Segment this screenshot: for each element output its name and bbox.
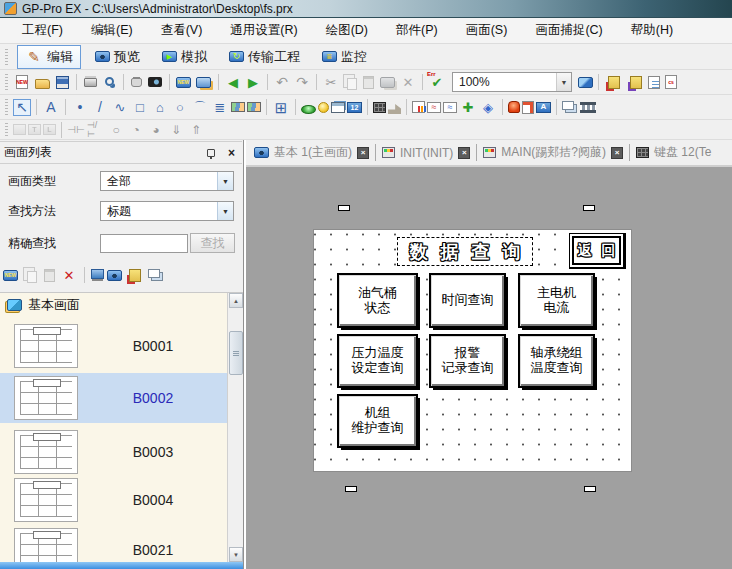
list-scrollbar[interactable]: ▲ ▼ xyxy=(227,293,243,562)
close-tab-icon[interactable]: × xyxy=(611,147,623,159)
next-screen-icon[interactable]: ▶ xyxy=(244,74,262,91)
screen-item-b0002[interactable]: B0002 xyxy=(0,373,228,423)
unit-maintenance-query-button[interactable]: 机组 维护查询 xyxy=(337,394,418,448)
screen-capture-icon[interactable] xyxy=(148,77,162,87)
special-part-icon[interactable]: ◈ xyxy=(479,99,497,116)
film-part-icon[interactable] xyxy=(580,102,596,113)
back-button-object[interactable]: 返 回 xyxy=(569,233,626,269)
open-project-icon[interactable] xyxy=(35,79,50,89)
close-panel-icon[interactable]: × xyxy=(225,146,238,160)
preview-mode-button[interactable]: 预览 xyxy=(87,45,148,69)
time-query-button[interactable]: 时间查询 xyxy=(429,273,506,328)
project-package-icon[interactable] xyxy=(131,78,142,87)
search-input[interactable] xyxy=(100,234,188,253)
scrollbar-thumb[interactable] xyxy=(229,331,243,375)
display-monitor-icon[interactable] xyxy=(91,269,104,279)
edit-mode-button[interactable]: ✎ 编辑 xyxy=(17,45,81,69)
paste-screen-icon[interactable] xyxy=(44,269,55,282)
screen-item-b0001[interactable]: B0001 xyxy=(0,321,228,371)
save-project-icon[interactable] xyxy=(56,76,69,89)
pressure-temp-setting-query-button[interactable]: 压力温度 设定查询 xyxy=(337,334,418,388)
line-tool-icon[interactable]: / xyxy=(91,99,109,116)
keypad-input-icon[interactable] xyxy=(388,104,401,114)
menu-screen[interactable]: 画面(S) xyxy=(452,18,522,43)
parts-palette-icon[interactable] xyxy=(630,76,642,89)
polyline-tool-icon[interactable]: ∿ xyxy=(111,99,129,116)
keypad-part-icon[interactable] xyxy=(373,102,386,113)
new-project-icon[interactable]: NEW xyxy=(16,75,28,89)
pin-icon[interactable] xyxy=(207,149,215,157)
new-screen-icon[interactable]: NEW xyxy=(176,77,191,88)
screen-item-b0004[interactable]: B0004 xyxy=(0,475,228,525)
graph-part-icon[interactable] xyxy=(412,101,425,113)
toolbar-handle[interactable] xyxy=(5,74,8,91)
horizontal-scrollbar[interactable] xyxy=(0,562,243,569)
cross-reference-icon[interactable]: cs xyxy=(665,75,677,89)
switch-part-icon[interactable] xyxy=(301,105,316,114)
screen-item-b0003[interactable]: B0003 xyxy=(0,427,228,477)
menu-view[interactable]: 查看(V) xyxy=(147,18,217,43)
table-tool-icon[interactable]: ⊞ xyxy=(272,99,290,116)
close-tab-icon[interactable]: × xyxy=(458,147,470,159)
tab-base-1[interactable]: 基本 1(主画面) × xyxy=(250,142,373,163)
image-import-icon[interactable] xyxy=(247,102,261,112)
polygon-tool-icon[interactable]: ⌂ xyxy=(151,99,169,116)
select-tool-icon[interactable]: ↖ xyxy=(13,99,31,116)
menu-project[interactable]: 工程(F) xyxy=(8,18,77,43)
copy-screen-icon[interactable] xyxy=(196,77,211,88)
scale-tool-icon[interactable]: ≣ xyxy=(211,99,229,116)
write-up-icon[interactable]: ⇑ xyxy=(187,121,205,138)
special-display-icon[interactable] xyxy=(13,124,26,135)
ellipse-tool-icon[interactable]: ○ xyxy=(171,99,189,116)
tree-root-base-screens[interactable]: 基本画面 xyxy=(0,293,243,317)
new-screen-icon[interactable]: NEW xyxy=(3,270,18,281)
settings-list-icon[interactable] xyxy=(648,76,660,89)
historical-trend-icon[interactable]: ≈ xyxy=(427,102,441,113)
tab-keyboard-12[interactable]: 键盘 12(Te xyxy=(632,142,715,163)
print-icon[interactable] xyxy=(84,78,97,87)
meter-up-icon[interactable]: ◔ xyxy=(127,121,145,138)
close-tab-icon[interactable]: × xyxy=(357,147,369,159)
zoom-select[interactable]: 100% ▼ xyxy=(452,72,572,92)
error-check-icon[interactable]: ✔Err xyxy=(428,74,446,91)
screen-item-b0021[interactable]: B0021 xyxy=(0,525,228,562)
alarm-record-query-button[interactable]: 报警 记录查询 xyxy=(429,334,506,388)
contact-b-icon[interactable]: ⊣/⊢ xyxy=(87,121,105,138)
delete-screen-icon[interactable]: ✕ xyxy=(60,267,78,284)
dot-tool-icon[interactable]: • xyxy=(71,99,89,116)
simulation-mode-button[interactable]: ▶ 模拟 xyxy=(154,45,215,69)
menu-screen-capture[interactable]: 画面捕捉(C) xyxy=(521,18,616,43)
menu-draw[interactable]: 绘图(D) xyxy=(312,18,382,43)
prev-screen-icon[interactable]: ◀ xyxy=(224,74,242,91)
data-sampling-icon[interactable]: ≈ xyxy=(443,102,457,113)
toolbar-handle[interactable] xyxy=(5,123,8,136)
data-display-part-icon[interactable] xyxy=(331,102,345,113)
transfer-compare-icon[interactable] xyxy=(129,269,141,282)
duplicate-icon[interactable] xyxy=(380,77,395,88)
image-place-icon[interactable] xyxy=(231,102,245,112)
chevron-down-icon[interactable]: ▼ xyxy=(556,73,571,91)
copy-icon[interactable] xyxy=(347,78,357,90)
window-part-icon[interactable] xyxy=(562,101,574,110)
delete-icon[interactable]: ✕ xyxy=(399,74,417,91)
transfer-project-button[interactable]: ↻ 传输工程 xyxy=(221,45,308,69)
message-display-icon[interactable]: A xyxy=(536,102,551,113)
meter-part-icon[interactable]: ✚ xyxy=(459,99,477,116)
picture-display-icon[interactable] xyxy=(522,101,534,114)
bearing-winding-temp-query-button[interactable]: 轴承绕组 温度查询 xyxy=(518,334,595,388)
rect-tool-icon[interactable]: □ xyxy=(131,99,149,116)
chevron-down-icon[interactable]: ▼ xyxy=(217,202,233,220)
keyboard-tag-icon[interactable]: T xyxy=(28,124,41,135)
fit-screen-icon[interactable] xyxy=(578,77,593,88)
coil-icon[interactable]: ○ xyxy=(107,121,125,138)
l-tag-icon[interactable]: L xyxy=(43,124,56,135)
arc-tool-icon[interactable]: ⌒ xyxy=(191,99,209,116)
main-motor-current-button[interactable]: 主电机 电流 xyxy=(518,273,595,328)
design-canvas[interactable]: 数 据 查 询 返 回 油气桶 状态 时间查询 主电机 xyxy=(313,229,632,472)
cut-icon[interactable]: ✂ xyxy=(322,74,340,91)
monitor-mode-button[interactable]: ≣ 监控 xyxy=(314,45,375,69)
search-method-select[interactable]: 标题 ▼ xyxy=(100,201,234,221)
menu-help[interactable]: 帮助(H) xyxy=(617,18,687,43)
title-text-object[interactable]: 数 据 查 询 xyxy=(397,237,533,266)
alarm-part-icon[interactable] xyxy=(508,101,520,113)
